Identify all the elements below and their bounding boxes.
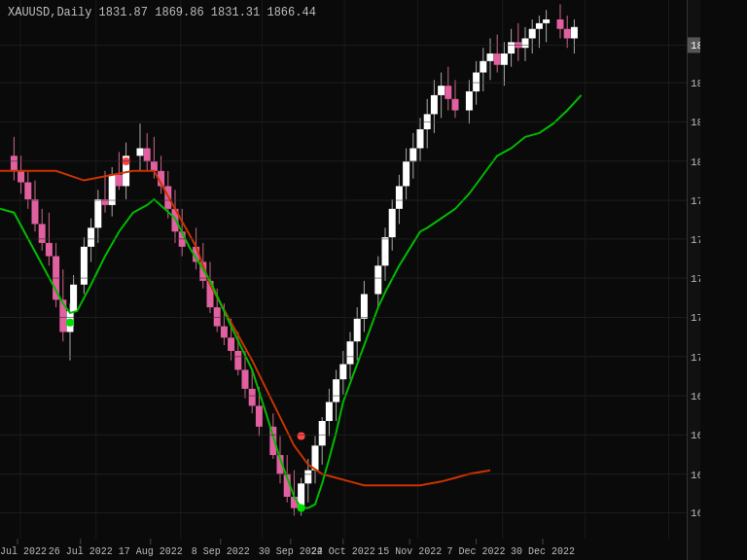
chart-header: XAUUSD,Daily 1831.87 1869.86 1831.31 186… <box>8 6 316 19</box>
chart-title: XAUUSD,Daily 1831.87 1869.86 1831.31 186… <box>8 6 316 19</box>
chart-container: XAUUSD,Daily 1831.87 1869.86 1831.31 186… <box>0 0 747 560</box>
chart-canvas[interactable] <box>0 0 700 560</box>
